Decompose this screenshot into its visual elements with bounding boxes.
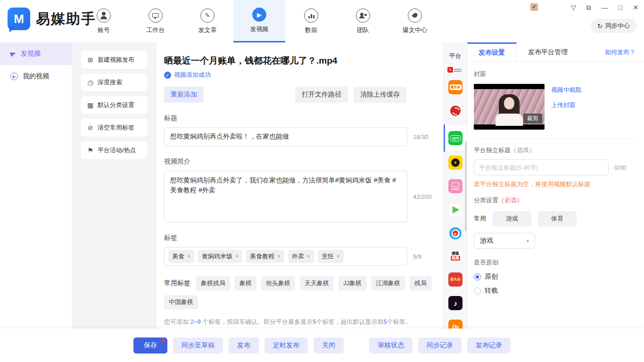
independent-title-input[interactable]	[474, 159, 609, 175]
platform-bilibili-icon[interactable]: bilibili	[448, 179, 462, 193]
tag-chip: 烹饪×	[318, 250, 344, 263]
title-label: 标题	[164, 114, 436, 123]
tab-publish-settings[interactable]: 发布设置	[467, 42, 517, 62]
platform-sohu-video-icon[interactable]: 搜狐视频	[448, 249, 462, 263]
platform-huitoutiao-icon[interactable]: 惠头条	[448, 272, 462, 287]
radio-repost[interactable]: 转载	[474, 287, 637, 295]
capture-from-video-link[interactable]: 视频中截取	[551, 86, 582, 94]
team-icon	[356, 8, 370, 23]
sync-to-draft-button[interactable]: 同步至草稿	[173, 337, 223, 354]
close-icon[interactable]: ✕	[633, 4, 638, 11]
remove-tag-icon[interactable]: ×	[235, 253, 239, 260]
maximize-icon[interactable]: □	[619, 4, 622, 11]
nav-account[interactable]: 账号	[78, 0, 130, 42]
remove-tag-icon[interactable]: ×	[307, 253, 310, 260]
common-tag[interactable]: 残局	[410, 276, 431, 290]
readd-video-button[interactable]: 重新添加	[164, 87, 204, 103]
publish-button[interactable]: 发布	[229, 337, 259, 354]
nav-data[interactable]: 数据	[285, 0, 337, 42]
description-label: 视频简介	[164, 157, 436, 166]
platform-iqiyi-icon[interactable]: iQIYI	[448, 131, 462, 145]
action-label: 平台活动/热点	[98, 146, 136, 155]
description-textarea[interactable]: 想吃黄焖鸡别再点外卖了，我们在家也能做，方法很简单#黄焖鸡米饭 #美食 #美食教…	[164, 171, 407, 222]
platform-qutoutiao-icon[interactable]: 趣头条	[448, 80, 462, 94]
radio-original[interactable]: 原创	[474, 272, 637, 281]
category-select[interactable]: 游戏 ▾	[474, 233, 535, 249]
deep-search-button[interactable]: ◷ 深度搜索	[81, 74, 147, 91]
common-tag[interactable]: 江湖象棋	[371, 276, 405, 290]
clock-icon: ◷	[87, 79, 94, 86]
platform-ifeng-icon[interactable]	[448, 104, 462, 118]
clear-upload-cache-button[interactable]: 清除上传缓存	[354, 87, 406, 103]
title-input[interactable]	[164, 127, 407, 146]
save-button[interactable]: 保存	[133, 337, 167, 354]
publish-records-button[interactable]: 发布记录	[467, 337, 511, 354]
nav-label: 工作台	[147, 26, 165, 34]
platform-red-news-icon[interactable]: v	[447, 67, 462, 73]
status-text: 视频添加成功	[174, 71, 211, 79]
platform-haokan-video-icon[interactable]: ▶	[448, 226, 462, 240]
tags-counter: 5/9	[413, 253, 421, 260]
radio-label: 原创	[485, 272, 498, 281]
common-tag[interactable]: 街头象棋	[261, 276, 295, 290]
remove-tag-icon[interactable]: ×	[337, 253, 340, 260]
platform-strip-label: 平台	[444, 52, 467, 60]
common-tag[interactable]: JJ象棋	[339, 276, 366, 290]
independent-title-note: 若平台独立标题为空，将使用视频默认标题	[474, 180, 637, 189]
sync-center-button[interactable]: ↻ 同步中心	[591, 19, 636, 33]
nav-label: 账号	[98, 26, 110, 34]
open-file-path-button[interactable]: 打开文件路径	[295, 87, 348, 103]
remove-tag-icon[interactable]: ×	[277, 253, 281, 260]
common-tag[interactable]: 中国象棋	[164, 295, 198, 309]
upload-cover-link[interactable]: 上传封面	[551, 101, 582, 109]
collapse-to-tray-icon[interactable]: ▽	[571, 4, 576, 11]
title-counter: 18/30	[413, 133, 429, 140]
tags-input[interactable]: 美食× 黄焖鸡米饭× 美食教程× 外卖× 烹饪×	[164, 247, 407, 266]
platform-record-app-icon[interactable]	[448, 156, 462, 170]
minimize-icon[interactable]: —	[602, 4, 608, 11]
pen-icon: ✎	[200, 8, 215, 23]
scheduled-publish-button[interactable]: 定时发布	[264, 337, 308, 354]
new-video-publish-button[interactable]: ⊞ 新建视频发布	[81, 51, 147, 69]
chart-icon	[304, 8, 318, 23]
popout-icon[interactable]: ⧉	[586, 4, 591, 11]
bottom-action-bar: 保存 同步至草稿 发布 定时发布 关闭 审核状态 同步记录 发布记录	[0, 329, 644, 362]
platform-douyin-icon[interactable]: ♪	[448, 296, 462, 310]
how-to-publish-link[interactable]: 如何发布？	[605, 42, 636, 62]
category-settings-label: 分类设置（必选）	[474, 196, 637, 205]
clear-common-tags-button[interactable]: ⊘ 清空常用标签	[81, 119, 147, 137]
nav-workbench[interactable]: 工作台	[130, 0, 182, 42]
tab-platform-management[interactable]: 发布平台管理	[517, 42, 579, 62]
common-tag[interactable]: 象棋	[235, 276, 256, 290]
sync-center-label: 同步中心	[605, 22, 630, 30]
category-sports-button[interactable]: 体育	[538, 211, 577, 226]
crop-badge[interactable]: 裁剪	[523, 114, 542, 123]
common-tag[interactable]: 天天象棋	[300, 276, 334, 290]
sidebar-item-my-videos[interactable]: ▶ 我的视频	[0, 65, 72, 88]
nav-label: 团队	[357, 26, 369, 34]
platform-activity-button[interactable]: ⚑ 平台活动/热点	[81, 141, 147, 159]
tag-chip: 美食教程×	[246, 250, 284, 263]
tray-notification-icon[interactable]: ✔	[530, 3, 538, 11]
action-label: 清空常用标签	[98, 123, 134, 132]
sync-records-button[interactable]: 同步记录	[418, 337, 462, 354]
cover-thumbnail[interactable]: 裁剪	[474, 84, 545, 130]
nav-label: 爆文中心	[403, 26, 427, 34]
nav-hot-center[interactable]: 爆文中心	[389, 0, 441, 42]
default-category-settings-button[interactable]: ▦ 默认分类设置	[81, 96, 147, 114]
platform-tencent-video-icon[interactable]	[448, 203, 462, 217]
video-actions-panel: ⊞ 新建视频发布 ◷ 深度搜索 ▦ 默认分类设置 ⊘ 清空常用标签 ⚑ 平台活动…	[72, 42, 157, 329]
clear-tag-icon: ⊘	[87, 124, 94, 132]
category-game-button[interactable]: 游戏	[493, 211, 531, 226]
sidebar-item-publish-video[interactable]: 发视频	[0, 42, 72, 65]
common-tag[interactable]: 象棋残局	[196, 276, 230, 290]
flame-icon	[408, 8, 422, 23]
nav-team[interactable]: 团队	[337, 0, 389, 42]
remove-tag-icon[interactable]: ×	[187, 253, 190, 260]
check-circle-icon: ✓	[164, 72, 171, 79]
close-button[interactable]: 关闭	[314, 337, 344, 354]
nav-publish-article[interactable]: ✎ 发文章	[182, 0, 233, 42]
common-tags-label: 常用标签	[164, 279, 190, 288]
nav-publish-video[interactable]: ▶ 发视频	[233, 0, 285, 42]
review-status-button[interactable]: 审核状态	[369, 337, 413, 354]
